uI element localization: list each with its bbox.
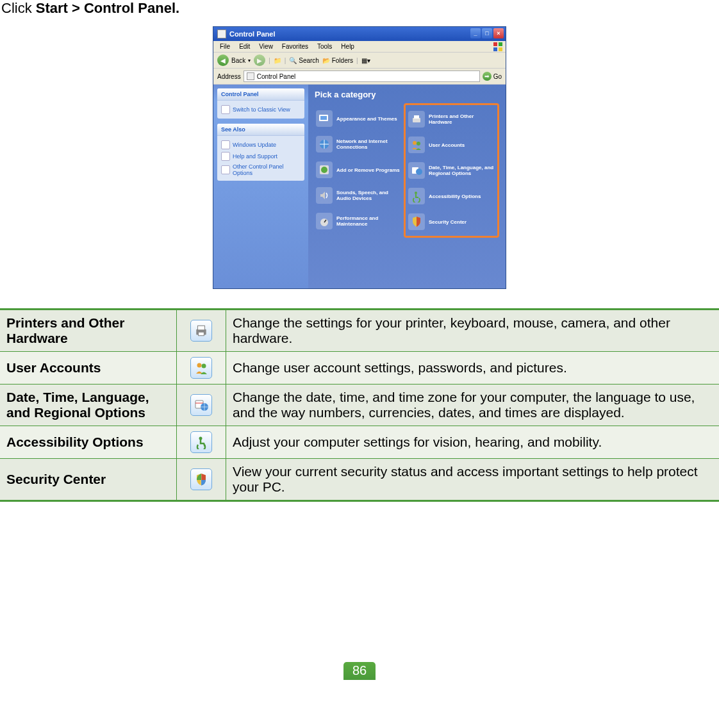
svg-rect-5 bbox=[320, 116, 327, 120]
back-icon: ◀ bbox=[217, 54, 229, 66]
sidebar-panel-see-also: See Also Windows Update Help and Support… bbox=[217, 124, 304, 181]
highlighted-categories: Printers and Other Hardware User Account… bbox=[404, 103, 499, 238]
row-icon-cell bbox=[177, 459, 226, 501]
views-button[interactable]: ▦▾ bbox=[361, 57, 370, 64]
window-title: Control Panel bbox=[229, 30, 276, 38]
svg-rect-1 bbox=[499, 42, 502, 46]
row-name: User Accounts bbox=[0, 352, 177, 385]
user-accounts-icon bbox=[190, 357, 212, 379]
row-name: Accessibility Options bbox=[0, 426, 177, 459]
category-security[interactable]: Security Center bbox=[407, 209, 496, 235]
window-titlebar: Control Panel _ □ × bbox=[213, 27, 506, 41]
go-icon: ➡ bbox=[483, 72, 492, 81]
row-icon-cell bbox=[177, 310, 226, 352]
svg-rect-11 bbox=[414, 115, 419, 119]
add-remove-icon bbox=[316, 161, 333, 178]
svg-rect-10 bbox=[413, 118, 420, 122]
row-name: Date, Time, Language, and Regional Optio… bbox=[0, 385, 177, 426]
forward-button[interactable]: ▶ bbox=[254, 54, 265, 66]
table-row: Date, Time, Language, and Regional Optio… bbox=[0, 385, 719, 426]
category-network[interactable]: Network and Internet Connections bbox=[315, 131, 404, 157]
table-row: Printers and Other Hardware Change the s… bbox=[0, 310, 719, 352]
category-user-accounts[interactable]: User Accounts bbox=[407, 132, 496, 158]
switch-classic-view-link[interactable]: Switch to Classic View bbox=[221, 104, 301, 115]
svg-point-12 bbox=[413, 141, 417, 145]
control-panel-window: Control Panel _ □ × File Edit View Favor… bbox=[213, 26, 506, 289]
switch-view-icon bbox=[221, 105, 230, 114]
row-desc: View your current security status and ac… bbox=[226, 459, 720, 501]
help-support-link[interactable]: Help and Support bbox=[221, 151, 301, 162]
svg-point-16 bbox=[415, 192, 417, 194]
sounds-icon bbox=[316, 187, 333, 204]
go-button[interactable]: ➡ Go bbox=[483, 72, 502, 81]
row-desc: Adjust your computer settings for vision… bbox=[226, 426, 720, 459]
category-sounds[interactable]: Sounds, Speech, and Audio Devices bbox=[315, 183, 404, 208]
menu-help[interactable]: Help bbox=[337, 42, 358, 51]
menu-file[interactable]: File bbox=[216, 42, 234, 51]
instruction-bold: Start > Control Panel. bbox=[36, 0, 179, 16]
users-icon bbox=[408, 136, 425, 153]
performance-icon bbox=[316, 213, 333, 229]
address-bar: Address Control Panel ➡ Go bbox=[213, 69, 506, 85]
maximize-button[interactable]: □ bbox=[482, 28, 492, 38]
folders-button[interactable]: 📂 Folders bbox=[322, 57, 353, 64]
toolbar: ◀ Back ▾ ▶ | 📁 | 🔍 Search 📂 Folders | ▦▾ bbox=[213, 53, 506, 69]
address-label: Address bbox=[217, 73, 241, 80]
svg-point-21 bbox=[202, 364, 206, 368]
menu-bar: File Edit View Favorites Tools Help bbox=[213, 41, 506, 53]
svg-rect-18 bbox=[198, 326, 205, 330]
row-desc: Change user account settings, passwords,… bbox=[226, 352, 720, 385]
svg-point-15 bbox=[416, 169, 422, 175]
date-time-icon bbox=[190, 394, 212, 416]
datetime-icon bbox=[408, 162, 425, 179]
category-add-remove[interactable]: Add or Remove Programs bbox=[315, 157, 404, 183]
back-button[interactable]: ◀ Back ▾ bbox=[217, 54, 251, 66]
row-icon-cell bbox=[177, 385, 226, 426]
sidebar-panel-title: Control Panel bbox=[217, 88, 304, 101]
svg-rect-3 bbox=[499, 47, 502, 51]
svg-point-25 bbox=[199, 437, 202, 440]
network-icon bbox=[316, 136, 333, 153]
description-table: Printers and Other Hardware Change the s… bbox=[0, 308, 719, 502]
svg-point-20 bbox=[197, 363, 202, 368]
security-icon bbox=[408, 213, 425, 230]
svg-rect-0 bbox=[493, 42, 497, 46]
up-button[interactable]: 📁 bbox=[274, 57, 281, 64]
printers-icon bbox=[408, 111, 425, 128]
category-performance[interactable]: Performance and Maintenance bbox=[315, 208, 404, 234]
table-row: Security Center View your current securi… bbox=[0, 459, 719, 501]
printer-icon bbox=[190, 320, 212, 342]
pick-category-title: Pick a category bbox=[315, 90, 499, 99]
help-icon bbox=[221, 152, 230, 161]
windows-update-link[interactable]: Windows Update bbox=[221, 139, 301, 151]
svg-rect-19 bbox=[199, 332, 204, 336]
address-value: Control Panel bbox=[257, 73, 296, 80]
address-icon bbox=[247, 72, 254, 80]
category-date-time[interactable]: Date, Time, Language, and Regional Optio… bbox=[407, 158, 496, 183]
sidebar: Control Panel Switch to Classic View See… bbox=[213, 85, 308, 288]
menu-view[interactable]: View bbox=[255, 42, 277, 51]
svg-point-8 bbox=[321, 167, 327, 173]
menu-favorites[interactable]: Favorites bbox=[278, 42, 312, 51]
close-button[interactable]: × bbox=[493, 28, 504, 38]
other-options-icon bbox=[221, 165, 230, 174]
row-desc: Change the date, time, and time zone for… bbox=[226, 385, 720, 426]
row-name: Printers and Other Hardware bbox=[0, 310, 177, 352]
appearance-icon bbox=[316, 110, 333, 127]
category-printers[interactable]: Printers and Other Hardware bbox=[407, 106, 496, 132]
row-icon-cell bbox=[177, 426, 226, 459]
category-column-left: Appearance and Themes Network and Intern… bbox=[315, 106, 404, 238]
see-also-title: See Also bbox=[217, 124, 304, 136]
menu-tools[interactable]: Tools bbox=[313, 42, 336, 51]
instruction-text: Click Start > Control Panel. bbox=[0, 0, 719, 26]
address-field[interactable]: Control Panel bbox=[244, 70, 480, 82]
minimize-button[interactable]: _ bbox=[470, 28, 481, 38]
page-number: 86 bbox=[343, 662, 376, 680]
category-appearance[interactable]: Appearance and Themes bbox=[315, 106, 404, 131]
category-accessibility[interactable]: Accessibility Options bbox=[407, 183, 496, 209]
windows-update-icon bbox=[221, 140, 230, 149]
menu-edit[interactable]: Edit bbox=[235, 42, 254, 51]
search-button[interactable]: 🔍 Search bbox=[289, 57, 318, 64]
other-options-link[interactable]: Other Control Panel Options bbox=[221, 162, 301, 178]
control-panel-title-icon bbox=[217, 29, 226, 38]
